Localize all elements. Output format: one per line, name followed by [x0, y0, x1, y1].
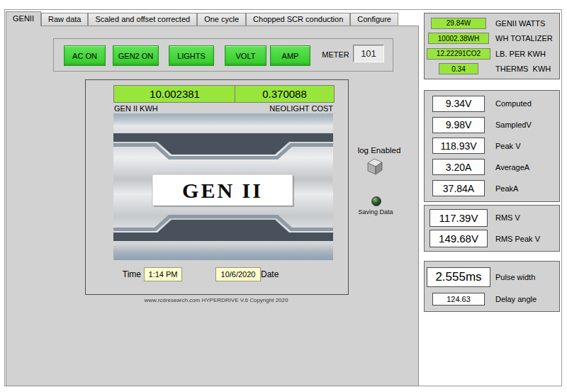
table-row: 37.84A PeakA — [425, 180, 559, 196]
genii-watts-label: GENII WATTS — [495, 19, 545, 28]
gen2-metal-plate-image: GEN II — [113, 113, 333, 260]
table-row: 2.555ms Pulse width — [425, 267, 559, 287]
copyright-text: www.rcdresearch.com HYPERDRIVE V.6 Copyr… — [85, 297, 347, 303]
saving-data-led-indicator — [371, 196, 381, 206]
display-frame: 10.002381 0.370088 GEN II KWH NEOLIGHT C… — [85, 79, 349, 295]
pulse-width-label: Pulse width — [495, 273, 535, 281]
rms-peak-v-field: 149.68V — [430, 230, 488, 247]
gen2-kwh-display: 10.002381 — [113, 85, 236, 103]
log-enabled-label: log Enabled — [353, 146, 405, 155]
lb-per-kwh-label: LB. PER KWH — [495, 50, 546, 58]
button-bar: AC ON GEN2 ON LIGHTS VOLT AMP METER 101 — [53, 38, 393, 72]
tab-raw-data[interactable]: Raw data — [41, 13, 88, 26]
wh-totalizer-field: 10002.38WH — [428, 33, 489, 44]
meter-value-field[interactable]: 101 — [353, 45, 384, 62]
delay-angle-field: 124.63 — [432, 293, 485, 306]
peak-a-label: PeakA — [495, 184, 518, 193]
genii-watts-field: 29.84W — [431, 18, 486, 29]
table-row: 124.63 Delay angle — [425, 293, 559, 306]
wh-totalizer-label: WH TOTALIZER — [495, 34, 553, 43]
peak-v-label: Peak V — [495, 142, 520, 150]
peak-v-field: 118.93V — [432, 138, 485, 154]
tab-genii[interactable]: GENII — [6, 11, 41, 26]
time-field[interactable]: 1:14 PM — [144, 267, 182, 281]
tab-one-cycle[interactable]: One cycle — [197, 13, 246, 26]
computed-v-label: Computed — [495, 99, 532, 108]
table-row: 3.20A AverageA — [425, 159, 559, 175]
therms-kwh-field: 0.34 — [439, 63, 478, 74]
table-row: 29.84W GENII WATTS — [425, 18, 559, 29]
pulse-panel: 2.555ms Pulse width 124.63 Delay angle — [424, 261, 560, 312]
gen2-kwh-label: GEN II KWH — [114, 104, 158, 113]
delay-angle-label: Delay angle — [495, 295, 537, 303]
computed-v-field: 9.34V — [432, 96, 485, 112]
log-enabled-cube-button[interactable] — [366, 157, 384, 175]
totals-panel: 29.84W GENII WATTS 10002.38WH WH TOTALIZ… — [424, 13, 560, 79]
table-row: 10002.38WH WH TOTALIZER — [425, 33, 559, 44]
amp-button[interactable]: AMP — [270, 45, 310, 66]
tab-bar: GENII Raw data Scaled and offset correct… — [6, 12, 398, 26]
pulse-width-field: 2.555ms — [427, 267, 490, 287]
date-label: Date — [261, 269, 279, 279]
average-a-field: 3.20A — [432, 159, 485, 175]
table-row: 9.98V SampledV — [425, 117, 559, 133]
measurements-panel: 9.34V Computed 9.98V SampledV 118.93V Pe… — [424, 90, 560, 202]
neolight-cost-label: NEOLIGHT COST — [235, 104, 333, 113]
lights-button[interactable]: LIGHTS — [169, 45, 214, 66]
table-row: 117.39V RMS V — [425, 209, 559, 227]
table-row: 9.34V Computed — [425, 96, 559, 112]
tab-scaled-offset[interactable]: Scaled and offset corrected — [88, 13, 197, 26]
tab-configure[interactable]: Configure — [350, 13, 398, 26]
peak-a-field: 37.84A — [432, 180, 485, 196]
volt-button[interactable]: VOLT — [225, 45, 266, 66]
table-row: 149.68V RMS Peak V — [425, 230, 559, 247]
tab-chopped-scr[interactable]: Chopped SCR conduction — [246, 13, 350, 26]
therms-kwh-label: THERMS KWH — [495, 65, 551, 73]
ac-on-button[interactable]: AC ON — [64, 45, 106, 66]
table-row: 0.34 THERMS KWH — [425, 63, 559, 74]
rms-v-label: RMS V — [495, 213, 520, 222]
sampled-v-field: 9.98V — [432, 117, 485, 133]
table-row: 12.22291CO2 LB. PER KWH — [425, 48, 559, 60]
lb-per-kwh-field: 12.22291CO2 — [427, 48, 490, 60]
sampled-v-label: SampledV — [495, 121, 532, 129]
average-a-label: AverageA — [495, 163, 529, 172]
neolight-cost-display: 0.370088 — [235, 85, 335, 103]
date-field[interactable]: 10/6/2020 — [215, 267, 261, 281]
time-label: Time — [107, 269, 141, 279]
gen2-plate-title: GEN II — [182, 179, 263, 202]
rms-panel: 117.39V RMS V 149.68V RMS Peak V — [424, 205, 560, 252]
gen2-on-button[interactable]: GEN2 ON — [113, 45, 159, 66]
table-row: 118.93V Peak V — [425, 138, 559, 154]
rms-peak-v-label: RMS Peak V — [495, 235, 540, 243]
saving-data-label: Saving Data — [353, 208, 398, 215]
rms-v-field: 117.39V — [430, 209, 488, 227]
meter-label: METER — [316, 50, 355, 59]
